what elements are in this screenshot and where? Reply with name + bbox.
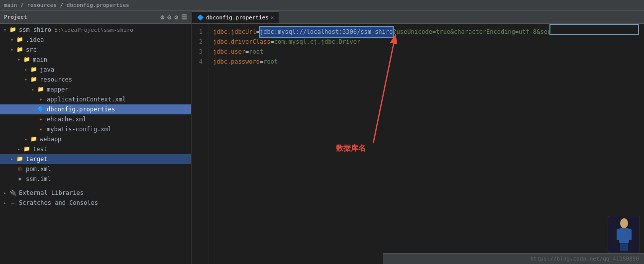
arrow-scratches	[2, 200, 8, 205]
folder-icon-test: 📁	[23, 145, 31, 153]
label-dbconfig: dbconfig.properties	[47, 106, 115, 113]
tree-item-mapper[interactable]: 📁 mapper	[0, 85, 191, 94]
search-box[interactable]	[549, 24, 639, 35]
line-numbers: 1 2 3 4	[192, 24, 209, 264]
line-num-2: 2	[192, 37, 205, 47]
annotation-text: 数据库名	[335, 144, 366, 152]
tree-item-applicationcontext[interactable]: ✦ applicationContext.xml	[0, 94, 191, 104]
label-mapper: mapper	[47, 86, 68, 93]
code-key-1: jdbc.jdbcUrl	[213, 27, 256, 37]
folder-icon-java: 📁	[30, 66, 38, 74]
icon-scratches: ✏️	[9, 199, 17, 207]
sidebar: Project ⊕ ⊖ ⚙ ☰ 📁 ssm-shiro E:\ideaProje…	[0, 11, 192, 264]
code-eq-1: =	[256, 27, 260, 37]
code-eq-2: =	[271, 37, 274, 47]
tree-item-main[interactable]: 📁 main	[0, 55, 191, 65]
label-webapp: webapp	[40, 136, 61, 143]
svg-rect-8	[624, 243, 628, 251]
folder-icon-ssm-shiro: 📁	[9, 26, 17, 34]
folder-icon-src: 📁	[16, 46, 24, 54]
breadcrumb-path: main / resources / dbconfig.properties	[4, 2, 129, 8]
add-icon[interactable]: ⊕	[161, 13, 165, 21]
file-icon-applicationcontext: ✦	[37, 95, 45, 103]
tree-item-webapp[interactable]: 📁 webapp	[0, 134, 191, 144]
icon-external-libraries: 🔌	[9, 189, 17, 197]
arrow-target	[9, 157, 15, 162]
code-value-selected-1: jdbc:mysql://localhost:3306/ssm-shiro	[260, 27, 393, 37]
line-num-4: 4	[192, 57, 205, 67]
gear-icon[interactable]: ⚙	[174, 13, 178, 21]
code-eq-4: =	[260, 57, 263, 67]
code-key-2: jdbc.driverClass	[213, 37, 271, 47]
tree-item-scratches[interactable]: ✏️ Scratches and Consoles	[0, 198, 191, 208]
watermark-image	[608, 216, 640, 253]
file-icon-dbconfig: 🔷	[37, 105, 45, 113]
editor-area: 🔷 dbconfig.properties × 1 2 3 4 jdbc.jdb…	[192, 11, 644, 264]
tree-item-test[interactable]: 📁 test	[0, 144, 191, 154]
arrow-ssm-shiro	[2, 27, 8, 32]
tab-icon-dbconfig: 🔷	[197, 14, 204, 21]
code-key-3: jdbc.user	[213, 47, 245, 57]
tree-item-mybatis[interactable]: ✦ mybatis-config.xml	[0, 124, 191, 134]
code-value-2: com.mysql.cj.jdbc.Driver	[274, 37, 360, 47]
sidebar-title: Project	[4, 14, 27, 20]
top-bar: main / resources / dbconfig.properties	[0, 0, 644, 11]
editor-tab-dbconfig[interactable]: 🔷 dbconfig.properties ×	[192, 11, 279, 23]
arrow-main	[16, 57, 22, 62]
file-icon-ehcache: ✦	[37, 115, 45, 123]
minus-icon[interactable]: ⊖	[167, 13, 171, 21]
tree-item-external-libraries[interactable]: 🔌 External Libraries	[0, 188, 191, 198]
tab-close-dbconfig[interactable]: ×	[271, 14, 274, 21]
tree-item-pom[interactable]: m pom.xml	[0, 164, 191, 174]
code-eq-3: =	[245, 47, 249, 57]
folder-icon-idea: 📁	[16, 36, 24, 44]
arrow-resources	[23, 77, 29, 82]
tree-item-dbconfig[interactable]: 🔷 dbconfig.properties	[0, 104, 191, 114]
label-scratches: Scratches and Consoles	[19, 199, 98, 206]
line-num-1: 1	[192, 27, 205, 37]
tree-item-resources[interactable]: 📁 resources	[0, 75, 191, 85]
tree-item-ehcache[interactable]: ✦ ehcache.xml	[0, 114, 191, 124]
arrow-external-libraries	[2, 190, 8, 195]
folder-icon-mapper: 📁	[37, 86, 45, 93]
arrow-webapp	[23, 137, 29, 142]
label-main: main	[33, 56, 47, 63]
arrow-src	[9, 47, 15, 52]
sidebar-header-icons: ⊕ ⊖ ⚙ ☰	[161, 13, 187, 21]
code-value-4: root	[263, 57, 278, 67]
main-area: Project ⊕ ⊖ ⚙ ☰ 📁 ssm-shiro E:\ideaProje…	[0, 11, 644, 264]
code-line-4: jdbc.password = root	[213, 57, 644, 67]
tab-label-dbconfig: dbconfig.properties	[206, 14, 269, 21]
code-line-2: jdbc.driverClass = com.mysql.cj.jdbc.Dri…	[213, 37, 644, 47]
tree-item-idea[interactable]: 📁 .idea	[0, 35, 191, 45]
arrow-mapper	[30, 87, 36, 92]
label-ssm-shiro: ssm-shiro	[19, 26, 51, 33]
label-target: target	[26, 156, 47, 163]
label-idea: .idea	[26, 36, 44, 43]
label-pom: pom.xml	[26, 166, 51, 173]
tree-item-java[interactable]: 📁 java	[0, 65, 191, 75]
code-area[interactable]: jdbc.jdbcUrl = jdbc:mysql://localhost:33…	[209, 24, 644, 264]
tree-item-target[interactable]: 📁 target	[0, 154, 191, 164]
label-java: java	[40, 66, 54, 73]
label-ehcache: ehcache.xml	[47, 116, 86, 123]
arrow-test	[16, 147, 22, 152]
sidebar-header: Project ⊕ ⊖ ⚙ ☰	[0, 11, 191, 24]
arrow-java	[23, 67, 29, 72]
code-key-4: jdbc.password	[213, 57, 260, 67]
label-test: test	[33, 146, 47, 153]
menu-icon[interactable]: ☰	[181, 13, 187, 21]
folder-icon-target: 📁	[16, 155, 24, 163]
label-ssmiml: ssm.iml	[26, 176, 51, 182]
svg-rect-6	[628, 229, 632, 240]
sidebar-tree: 📁 ssm-shiro E:\ideaProject\ssm-shiro 📁 .…	[0, 24, 191, 264]
tree-item-ssm-shiro[interactable]: 📁 ssm-shiro E:\ideaProject\ssm-shiro	[0, 25, 191, 35]
bottom-status-bar: https://blog.csdn.net/qq_41150890	[383, 253, 644, 264]
file-icon-ssmiml: ◆	[16, 175, 24, 183]
label-mybatis: mybatis-config.xml	[47, 126, 111, 133]
tree-item-src[interactable]: 📁 src	[0, 45, 191, 55]
editor-content: 1 2 3 4 jdbc.jdbcUrl = jdbc:mysql://loca…	[192, 24, 644, 264]
line-num-3: 3	[192, 47, 205, 57]
file-icon-pom: m	[16, 165, 24, 173]
tree-item-ssmiml[interactable]: ◆ ssm.iml	[0, 174, 191, 184]
